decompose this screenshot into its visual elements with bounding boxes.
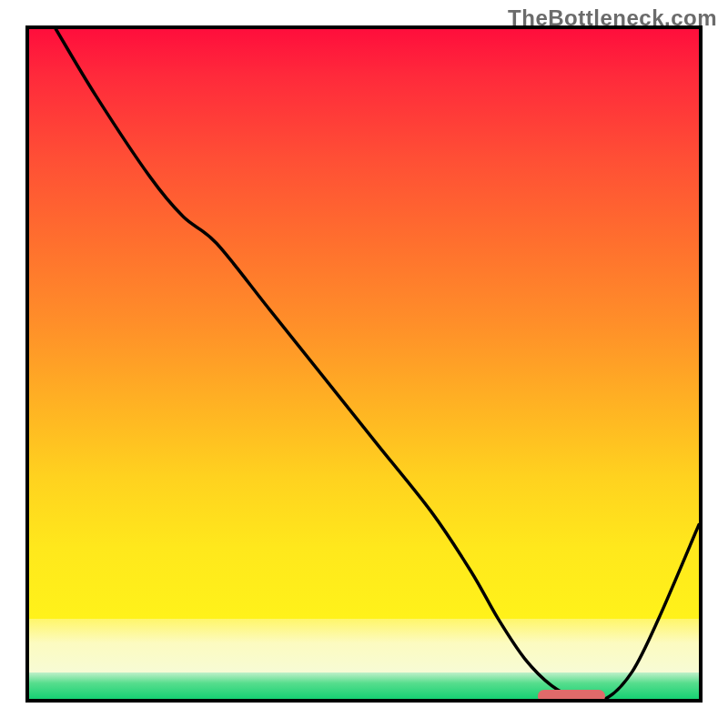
curve-path — [56, 29, 699, 699]
chart-root: TheBottleneck.com — [0, 0, 728, 728]
optimal-range-marker — [538, 690, 605, 703]
watermark-text: TheBottleneck.com — [508, 5, 717, 31]
plot-frame — [25, 25, 703, 703]
bottleneck-curve — [29, 29, 699, 699]
